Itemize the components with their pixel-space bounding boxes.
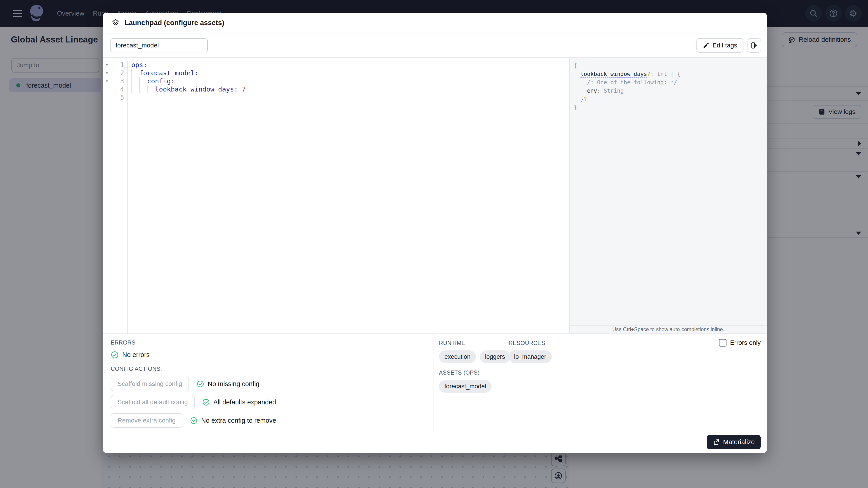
- runtime-tag-loggers[interactable]: loggers: [480, 350, 510, 363]
- assets-tag-forecast_model[interactable]: forecast_model: [439, 380, 492, 393]
- pencil-icon: [703, 42, 710, 49]
- config-actions-list: Scaffold missing configNo missing config…: [111, 377, 434, 428]
- errors-only-toggle: Errors only: [719, 339, 761, 347]
- resources-heading: RESOURCES: [508, 340, 552, 346]
- config-action-status: No missing config: [197, 380, 259, 388]
- config-schema-text: { lookback_window_days?: Int | { /* One …: [569, 58, 767, 325]
- config-action-row: Remove extra configNo extra config to re…: [111, 413, 434, 428]
- config-action-row: Scaffold all default configAll defaults …: [111, 395, 434, 410]
- code-line: lookback_window_days: 7: [131, 85, 569, 93]
- code-line: ops:: [131, 61, 569, 69]
- errors-heading: ERRORS: [111, 339, 434, 346]
- external-link-icon: [713, 438, 720, 446]
- config-action-status: No extra config to remove: [190, 417, 276, 424]
- errors-only-checkbox[interactable]: [719, 339, 726, 347]
- line-number: 4: [111, 85, 124, 93]
- launchpad-header: Launchpad (configure assets): [103, 13, 767, 33]
- materialize-button[interactable]: Materialize: [707, 435, 761, 449]
- schema-line: {: [574, 61, 767, 70]
- launchpad-dialog: Launchpad (configure assets) Edit tags ▼…: [103, 13, 767, 453]
- check-circle-icon: [202, 398, 210, 406]
- assets-ops-heading: ASSETS (OPS): [439, 369, 767, 376]
- line-number: 3: [111, 77, 124, 85]
- resources-tag-io_manager[interactable]: io_manager: [508, 350, 552, 363]
- asset-name-input[interactable]: [110, 38, 208, 53]
- launchpad-footer: Materialize: [103, 431, 767, 453]
- line-number: 1: [111, 61, 124, 69]
- resources-group: RESOURCES io_manager: [508, 340, 552, 363]
- line-number: 2: [111, 69, 124, 77]
- config-action-status: All defaults expanded: [202, 398, 276, 406]
- check-circle-icon: [190, 417, 197, 424]
- code-line: config:: [131, 77, 569, 85]
- scaffold-missing-config-button[interactable]: Scaffold missing config: [111, 377, 189, 391]
- runtime-heading: RUNTIME: [439, 340, 508, 346]
- launchpad-title: Launchpad (configure assets): [125, 19, 224, 27]
- schema-line: env: String: [574, 87, 767, 95]
- materialize-label: Materialize: [723, 438, 755, 446]
- code-line: [131, 93, 569, 101]
- scaffold-all-default-config-button[interactable]: Scaffold all default config: [111, 395, 195, 410]
- config-editor-text[interactable]: ops:forecast_model:config:lookback_windo…: [128, 61, 569, 333]
- runtime-tag-execution[interactable]: execution: [439, 350, 476, 363]
- launchpad-layers-icon: [111, 18, 120, 27]
- config-schema-panel: { lookback_window_days?: Int | { /* One …: [569, 58, 767, 333]
- assets-ops-group: ASSETS (OPS) forecast_model: [439, 369, 767, 393]
- editor-line-numbers: 12345: [111, 61, 128, 333]
- launchpad-bottom-section: ERRORS No errors CONFIG ACTIONS: Scaffol…: [103, 333, 767, 431]
- config-editor[interactable]: ▼▼▼ 12345 ops:forecast_model:config:look…: [103, 58, 569, 333]
- schema-line: }: [574, 103, 767, 111]
- editor-fold-gutter: ▼▼▼: [103, 61, 111, 333]
- check-circle-icon: [111, 351, 119, 359]
- launchpad-toolbar: Edit tags: [103, 33, 767, 58]
- autocomplete-hint: Use Ctrl+Space to show auto-completions …: [569, 325, 767, 333]
- runtime-group: RUNTIME executionloggers: [439, 340, 508, 363]
- schema-line: }?: [574, 95, 767, 103]
- schema-line: lookback_window_days?: Int | {: [574, 70, 767, 78]
- config-actions-heading: CONFIG ACTIONS:: [111, 365, 434, 372]
- remove-extra-config-button[interactable]: Remove extra config: [111, 413, 182, 428]
- fold-marker-icon[interactable]: ▼: [103, 77, 111, 85]
- check-circle-icon: [197, 380, 204, 388]
- edit-tags-label: Edit tags: [712, 42, 737, 49]
- edit-tags-button[interactable]: Edit tags: [696, 38, 743, 53]
- schema-line: /* One of the following: */: [574, 78, 767, 87]
- fold-marker-icon[interactable]: ▼: [103, 69, 111, 77]
- code-line: forecast_model:: [131, 69, 569, 77]
- line-number: 5: [111, 93, 124, 101]
- expand-panel-icon[interactable]: [747, 38, 761, 53]
- fold-marker-icon[interactable]: ▼: [103, 61, 111, 69]
- config-action-row: Scaffold missing configNo missing config: [111, 377, 434, 391]
- errors-status-label: No errors: [122, 351, 150, 359]
- errors-status: No errors: [111, 351, 434, 359]
- errors-only-label: Errors only: [730, 339, 761, 346]
